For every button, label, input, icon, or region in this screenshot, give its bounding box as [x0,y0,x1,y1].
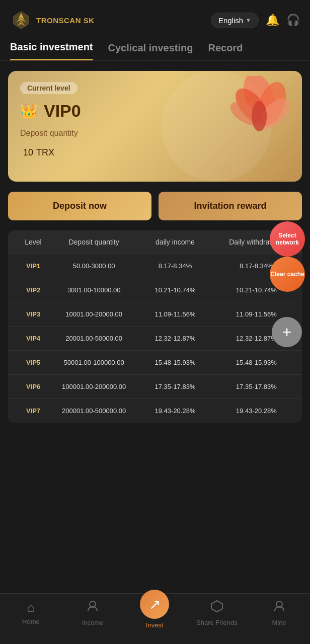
language-label: English [218,16,243,25]
clear-cache-button[interactable]: Clear cache [270,257,305,292]
vip-card: Current level 👑 VIP0 Deposit quantity 10… [8,71,302,182]
bottom-nav: ⌂ Home Income ↗ Invest Share Friends [0,593,310,644]
cell-daily-vip6: 17.35-17.83% [134,383,215,390]
income-icon [86,600,99,616]
cell-deposit-vip5: 50001.00-100000.00 [53,359,134,366]
table-row: VIP3 10001.00-20000.00 11.09-11.56% 11.0… [8,302,302,326]
col-daily-income: daily income [134,237,215,247]
cell-withdrawal-vip7: 19.43-20.28% [216,407,297,415]
cell-deposit-vip7: 200001.00-500000.00 [53,407,134,415]
tab-record[interactable]: Record [208,42,243,60]
logo-area: TRONSCAN SK [10,9,95,31]
cell-daily-vip2: 10.21-10.74% [134,286,215,294]
cell-level-vip1: VIP1 [13,262,53,270]
table-row: VIP6 100001.00-200000.00 17.35-17.83% 17… [8,374,302,398]
share-icon [210,600,223,616]
nav-item-mine[interactable]: Mine [259,600,299,629]
table-row: VIP1 50.00-3000.00 8.17-8.34% 8.17-8.34% [8,254,302,278]
nav-label-income: Income [82,619,104,626]
cell-level-vip7: VIP7 [13,407,53,415]
deposit-currency: TRX [36,147,54,157]
crown-icon: 👑 [20,103,38,119]
cell-deposit-vip1: 50.00-3000.00 [53,262,134,270]
table-row: VIP4 20001.00-50000.00 12.32-12.87% 12.3… [8,326,302,350]
nav-label-share: Share Friends [196,619,238,626]
nav-item-invest[interactable]: ↗ Invest [134,600,175,629]
tab-cyclical-investing[interactable]: Cyclical investing [108,42,193,60]
nav-item-income[interactable]: Income [72,600,113,629]
nav-item-home[interactable]: ⌂ Home [11,600,51,629]
cell-deposit-vip3: 10001.00-20000.00 [53,310,134,318]
table-row: VIP5 50001.00-100000.00 15.48-15.93% 15.… [8,350,302,374]
nav-label-mine: Mine [272,619,286,626]
cell-daily-vip1: 8.17-8.34% [134,262,215,270]
table-row: VIP7 200001.00-500000.00 19.43-20.28% 19… [8,398,302,423]
table-row: VIP2 3001.00-10000.00 10.21-10.74% 10.21… [8,278,302,302]
cell-daily-vip3: 11.09-11.56% [134,310,215,318]
vip-name: VIP0 [44,101,81,121]
col-deposit: Deposit quantity [53,237,134,247]
logo-icon [10,9,32,31]
cell-withdrawal-vip6: 17.35-17.83% [216,383,297,390]
header: TRONSCAN SK English ▼ 🔔 🎧 [0,0,310,36]
svg-point-9 [252,101,267,131]
invest-icon-wrap: ↗ [140,590,169,619]
svg-marker-11 [211,601,222,612]
cell-level-vip4: VIP4 [13,335,53,342]
cell-daily-vip7: 19.43-20.28% [134,407,215,415]
nav-item-share[interactable]: Share Friends [196,600,238,629]
nav-tabs: Basic investment Cyclical investing Reco… [0,36,310,61]
select-network-button[interactable]: Select network [270,221,305,257]
action-buttons: Deposit now Invitation reward [8,192,302,220]
cell-daily-vip5: 15.48-15.93% [134,359,215,366]
flower-decoration [226,76,292,146]
select-network-label: Select network [270,232,305,247]
clear-cache-label: Clear cache [270,271,304,278]
cell-daily-vip4: 12.32-12.87% [134,335,215,342]
headset-button[interactable]: 🎧 [286,14,300,27]
invest-icon: ↗ [149,596,161,613]
language-button[interactable]: English ▼ [211,13,259,28]
notification-button[interactable]: 🔔 [266,14,279,27]
mine-icon [273,600,286,616]
language-arrow: ▼ [246,17,251,23]
home-icon: ⌂ [27,600,35,615]
deposit-now-button[interactable]: Deposit now [8,192,151,220]
tab-basic-investment[interactable]: Basic investment [10,41,93,60]
table-header: Level Deposit quantity daily income Dail… [8,230,302,254]
cell-deposit-vip6: 100001.00-200000.00 [53,383,134,390]
nav-label-home: Home [22,618,40,625]
cell-level-vip2: VIP2 [13,286,53,294]
logo-text: TRONSCAN SK [36,16,95,25]
investment-table: Level Deposit quantity daily income Dail… [8,230,302,423]
cell-deposit-vip2: 3001.00-10000.00 [53,286,134,294]
col-level: Level [13,237,53,247]
plus-button[interactable]: + [272,317,302,347]
cell-level-vip6: VIP6 [13,383,53,390]
cell-level-vip3: VIP3 [13,310,53,318]
cell-deposit-vip4: 20001.00-50000.00 [53,335,134,342]
cell-withdrawal-vip5: 15.48-15.93% [216,359,297,366]
nav-label-invest: Invest [146,621,164,629]
cell-level-vip5: VIP5 [13,359,53,366]
header-right: English ▼ 🔔 🎧 [211,13,300,28]
current-level-badge: Current level [20,82,78,94]
invitation-reward-button[interactable]: Invitation reward [159,192,302,220]
